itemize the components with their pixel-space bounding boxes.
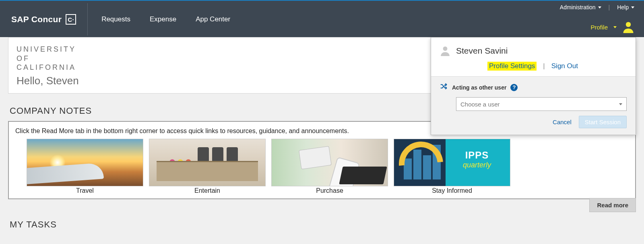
separator: | [609,4,610,10]
cancel-button[interactable]: Cancel [553,119,572,125]
hero-greeting: UNIVERSITY OF CALIFORNIA Hello, Steven [8,38,454,93]
chevron-down-icon [631,6,634,8]
tile-image [271,139,388,186]
acting-as-section: Acting as other user ? Choose a user Can… [431,76,636,135]
tile-label: Entertain [149,187,266,194]
my-tasks-heading: MY TASKS [10,219,636,230]
org-line: UNIVERSITY [17,45,445,54]
primary-nav: Requests Expense App Center [90,15,230,23]
help-label: Help [617,4,629,10]
tile-label: Stay Informed [394,187,510,194]
utility-nav: Administration | Help [560,4,634,10]
tiles-row: Travel Entertain Purchase [15,139,629,194]
choose-user-select[interactable]: Choose a user [456,97,627,111]
shuffle-icon [440,82,448,92]
top-bar: Administration | Help SAP Concur C· Requ… [0,0,644,37]
nav-requests[interactable]: Requests [101,15,130,23]
acting-as-label: Acting as other user [452,84,506,91]
tile-purchase[interactable]: Purchase [271,139,388,194]
acting-as-header: Acting as other user ? [440,82,627,92]
ipps-subtitle: quarterly [447,161,507,169]
user-avatar-icon [622,21,634,33]
profile-settings-link[interactable]: Profile Settings [487,62,537,71]
user-avatar-icon [440,46,450,56]
org-name: UNIVERSITY OF CALIFORNIA [17,45,445,72]
acting-as-buttons: Cancel Start Session [440,116,627,128]
brand-row: SAP Concur C· Requests Expense App Cente… [0,1,644,38]
chevron-down-icon [613,26,617,28]
profile-dropdown: Steven Savini Profile Settings | Sign Ou… [431,37,636,135]
separator: | [543,62,545,70]
profile-dropdown-header: Steven Savini Profile Settings | Sign Ou… [431,38,636,76]
tile-label: Purchase [271,187,388,194]
brand-logo-icon: C· [66,14,76,25]
chevron-down-icon [598,6,601,8]
profile-links: Profile Settings | Sign Out [440,62,627,71]
tile-image [149,139,266,186]
nav-expense[interactable]: Expense [150,15,176,23]
administration-label: Administration [560,4,596,10]
administration-menu[interactable]: Administration [560,4,601,10]
profile-user-name: Steven Savini [456,46,508,56]
choose-user-placeholder: Choose a user [460,101,500,108]
tile-image: IPPS quarterly [394,139,510,186]
nav-separator [87,3,88,35]
nav-app-center[interactable]: App Center [196,15,230,23]
org-line: OF [17,54,445,63]
profile-trigger[interactable]: Profile [590,21,634,33]
tile-image [27,139,143,186]
help-menu[interactable]: Help [617,4,634,10]
org-line: CALIFORNIA [17,63,445,72]
tile-entertain[interactable]: Entertain [149,139,266,194]
brand[interactable]: SAP Concur C· [0,8,87,31]
sign-out-link[interactable]: Sign Out [551,62,578,70]
greeting-text: Hello, Steven [17,75,445,87]
start-session-button[interactable]: Start Session [579,116,627,128]
ipps-title: IPPS [447,150,507,161]
brand-text: SAP Concur [11,15,62,24]
chevron-down-icon [619,103,622,105]
help-icon[interactable]: ? [510,84,518,91]
tile-label: Travel [27,187,143,194]
tile-stay-informed[interactable]: IPPS quarterly Stay Informed [394,139,510,194]
svg-point-1 [443,46,448,51]
read-more-button[interactable]: Read more [589,198,636,212]
profile-user-row: Steven Savini [440,46,627,56]
tile-travel[interactable]: Travel [27,139,143,194]
profile-label: Profile [590,24,608,31]
svg-point-0 [626,22,631,27]
